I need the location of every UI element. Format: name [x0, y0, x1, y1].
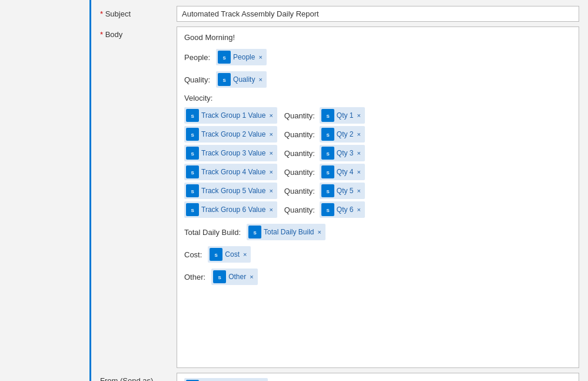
velocity-row: S Track Group 2 Value × Quantity: S Qty … — [184, 126, 572, 143]
cost-chip-icon: S — [210, 248, 222, 261]
other-chip[interactable]: S Other × — [211, 269, 257, 285]
from-chip[interactable]: S Created By Email × — [184, 378, 268, 381]
people-label: People: — [184, 53, 210, 62]
svg-text:S: S — [218, 275, 221, 280]
track-chip-4[interactable]: S Track Group 4 Value × — [184, 164, 277, 180]
svg-text:S: S — [191, 114, 194, 119]
cost-label: Cost: — [184, 250, 202, 259]
other-chip-close[interactable]: × — [250, 273, 253, 280]
total-daily-build-label: Total Daily Build: — [184, 228, 241, 237]
qty-chip-1[interactable]: S Qty 1 × — [320, 107, 365, 124]
qty-label-3: Quantity: — [284, 149, 315, 158]
track-chip-close-2[interactable]: × — [269, 131, 273, 138]
qty-chip-2[interactable]: S Qty 2 × — [320, 126, 365, 143]
cost-chip-text: Cost — [225, 250, 240, 259]
cost-chip-close[interactable]: × — [243, 251, 247, 258]
track-chip-2[interactable]: S Track Group 2 Value × — [184, 126, 277, 143]
track-chip-text-4: Track Group 4 Value — [201, 168, 265, 176]
people-chip-text: People — [233, 53, 255, 61]
people-chip-close[interactable]: × — [258, 54, 262, 61]
left-sidebar — [0, 0, 91, 381]
track-chip-close-6[interactable]: × — [269, 206, 273, 213]
track-chip-3[interactable]: S Track Group 3 Value × — [184, 145, 277, 161]
main-content: * Subject Automated Track Assembly Daily… — [91, 0, 588, 381]
qty-chip-icon-4: S — [321, 165, 334, 178]
track-chip-1[interactable]: S Track Group 1 Value × — [184, 107, 277, 124]
quality-chip-icon: S — [218, 73, 231, 86]
body-label-text: Body — [105, 30, 123, 39]
total-daily-build-section: Total Daily Build: S Total Daily Build × — [184, 224, 572, 240]
qty-chip-text-2: Qty 2 — [337, 130, 354, 138]
qty-chip-5[interactable]: S Qty 5 × — [320, 183, 365, 199]
svg-text:S: S — [326, 151, 329, 157]
velocity-row: S Track Group 1 Value × Quantity: S Qty … — [184, 107, 572, 124]
qty-chip-4[interactable]: S Qty 4 × — [320, 164, 365, 180]
body-row: * Body Good Morning! People: — [100, 26, 579, 368]
track-chip-icon-6: S — [186, 203, 199, 216]
subject-label-text: Subject — [105, 9, 131, 18]
velocity-row: S Track Group 5 Value × Quantity: S Qty … — [184, 183, 572, 199]
qty-chip-close-6[interactable]: × — [357, 206, 361, 213]
svg-text:S: S — [326, 189, 329, 194]
velocity-row: S Track Group 3 Value × Quantity: S Qty … — [184, 145, 572, 161]
total-daily-build-chip[interactable]: S Total Daily Build × — [247, 224, 325, 240]
qty-chip-icon-2: S — [321, 128, 334, 141]
qty-chip-close-1[interactable]: × — [357, 112, 361, 119]
quality-chip-text: Quality — [233, 75, 255, 84]
qty-chip-3[interactable]: S Qty 3 × — [320, 145, 365, 161]
qty-chip-icon-5: S — [321, 184, 334, 197]
track-chip-text-3: Track Group 3 Value — [201, 149, 265, 157]
quality-section: Quality: S Quality × — [184, 71, 572, 88]
track-chip-icon-5: S — [186, 184, 199, 197]
quality-chip-close[interactable]: × — [258, 76, 262, 83]
quality-label: Quality: — [184, 75, 210, 84]
qty-chip-close-3[interactable]: × — [357, 150, 361, 157]
track-chip-close-3[interactable]: × — [269, 150, 273, 157]
track-chip-6[interactable]: S Track Group 6 Value × — [184, 201, 277, 218]
track-chip-close-4[interactable]: × — [269, 168, 273, 175]
page-container: * Subject Automated Track Assembly Daily… — [0, 0, 588, 381]
total-daily-build-chip-close[interactable]: × — [317, 228, 321, 236]
svg-text:S: S — [222, 55, 225, 61]
qty-label-5: Quantity: — [284, 187, 315, 196]
velocity-label: Velocity: — [184, 94, 572, 102]
track-chip-close-1[interactable]: × — [269, 112, 273, 119]
svg-text:S: S — [191, 151, 194, 157]
track-chip-5[interactable]: S Track Group 5 Value × — [184, 183, 277, 199]
qty-chip-text-5: Qty 5 — [337, 187, 354, 195]
qty-chip-close-4[interactable]: × — [357, 168, 361, 175]
other-label: Other: — [184, 273, 205, 281]
quality-chip[interactable]: S Quality × — [216, 71, 267, 88]
subject-input[interactable]: Automated Track Assembly Daily Report — [177, 6, 579, 22]
subject-row: * Subject Automated Track Assembly Daily… — [100, 6, 579, 22]
cost-chip[interactable]: S Cost × — [208, 246, 251, 263]
qty-chip-close-5[interactable]: × — [357, 187, 361, 194]
qty-chip-icon-6: S — [321, 203, 334, 216]
svg-text:S: S — [191, 170, 194, 175]
cost-section: Cost: S Cost × — [184, 246, 572, 263]
people-section: People: S People × — [184, 49, 572, 65]
qty-chip-icon-3: S — [321, 147, 334, 160]
track-chip-icon-3: S — [186, 147, 199, 160]
greeting-text: Good Morning! — [184, 33, 572, 42]
track-chip-icon-2: S — [186, 128, 199, 141]
svg-text:S: S — [222, 78, 225, 83]
track-chip-icon-4: S — [186, 165, 199, 178]
svg-text:S: S — [326, 114, 329, 119]
subject-required-star: * — [100, 9, 103, 18]
people-chip-icon: S — [218, 51, 231, 64]
qty-chip-6[interactable]: S Qty 6 × — [320, 201, 365, 218]
velocity-row: S Track Group 4 Value × Quantity: S Qty … — [184, 164, 572, 180]
qty-label-4: Quantity: — [284, 168, 315, 177]
svg-text:S: S — [191, 132, 194, 138]
qty-chip-close-2[interactable]: × — [357, 131, 361, 138]
from-row: From (Send as) S Created By Email × — [100, 373, 579, 381]
svg-text:S: S — [253, 230, 256, 236]
people-chip[interactable]: S People × — [216, 49, 267, 65]
other-section: Other: S Other × — [184, 269, 572, 285]
track-chip-close-5[interactable]: × — [269, 187, 273, 194]
from-label: From (Send as) — [100, 373, 177, 381]
qty-chip-text-1: Qty 1 — [337, 111, 354, 120]
velocity-grid: S Track Group 1 Value × Quantity: S Qty … — [184, 107, 572, 218]
qty-chip-text-4: Qty 4 — [337, 168, 354, 176]
